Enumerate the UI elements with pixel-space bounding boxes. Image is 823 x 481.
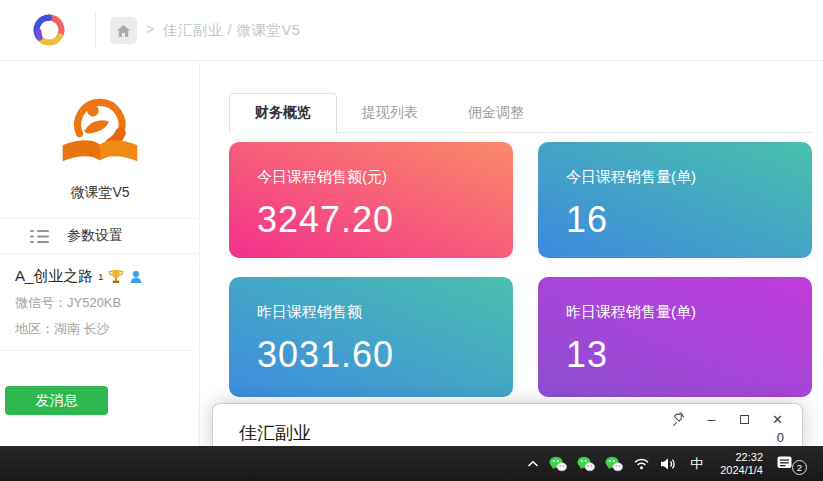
wechat-id: JY520KB — [67, 295, 121, 310]
user-wechat-line: 微信号：JY520KB — [15, 294, 195, 312]
tray-ime-indicator[interactable]: 中 — [687, 455, 706, 473]
tray-network-button[interactable] — [633, 457, 650, 470]
sidebar: 微课堂V5 参数设置 A_创业之路1 — [0, 62, 200, 446]
notification-count-badge: 2 — [792, 460, 807, 475]
pin-button[interactable] — [662, 408, 695, 430]
wechat-label: 微信号： — [15, 295, 67, 310]
stat-cards: 今日课程销售额(元) 3247.20 今日课程销售量(单) 16 昨日课程销售额… — [229, 142, 812, 397]
maximize-icon — [740, 415, 749, 424]
list-icon — [30, 229, 49, 244]
tab-withdrawal-list[interactable]: 提现列表 — [337, 93, 443, 133]
sidebar-divider — [0, 350, 195, 351]
region-label: 地区： — [15, 321, 54, 336]
user-info-panel: A_创业之路1 微信号：JY520KB 地区：湖南 长沙 — [15, 267, 195, 338]
top-header: > 佳汇副业 / 微课堂V5 — [0, 0, 823, 61]
tray-wechat-icon-2[interactable] — [577, 456, 595, 472]
person-icon[interactable] — [129, 270, 143, 284]
close-button[interactable]: ✕ — [761, 408, 794, 430]
minimize-button[interactable]: – — [695, 408, 728, 430]
tab-commission-adjust[interactable]: 佣金调整 — [443, 93, 549, 133]
stat-value: 13 — [566, 334, 812, 376]
brand-logo-icon — [30, 11, 68, 49]
stat-label: 今日课程销售量(单) — [566, 168, 812, 187]
pushpin-icon — [672, 412, 685, 426]
breadcrumb[interactable]: 佳汇副业 / 微课堂V5 — [163, 21, 300, 40]
speaker-icon — [660, 457, 677, 471]
tray-notification-button[interactable]: 2 — [777, 454, 807, 474]
stat-card-today-sales-amount: 今日课程销售额(元) 3247.20 — [229, 142, 513, 258]
user-name-row: A_创业之路1 — [15, 267, 195, 286]
screen: > 佳汇副业 / 微课堂V5 微课堂V5 参数设置 A_创业之路1 — [0, 0, 823, 481]
stat-label: 昨日课程销售量(单) — [566, 303, 812, 322]
sidebar-divider — [0, 253, 199, 254]
header-divider — [95, 13, 96, 47]
shop-logo-icon — [55, 92, 145, 172]
stat-card-today-sales-count: 今日课程销售量(单) 16 — [538, 142, 812, 258]
tray-wechat-icon-3[interactable] — [605, 456, 623, 472]
user-name-superscript: 1 — [98, 272, 103, 282]
sidebar-item-settings-label: 参数设置 — [67, 227, 123, 245]
wifi-icon — [633, 457, 650, 470]
user-region-line: 地区：湖南 长沙 — [15, 320, 195, 338]
user-name: A_创业之路 — [15, 267, 93, 286]
home-icon — [116, 24, 131, 38]
region-value: 湖南 长沙 — [54, 321, 110, 336]
tab-finance-overview[interactable]: 财务概览 — [229, 93, 337, 133]
tray-clock[interactable]: 22:32 2024/1/4 — [716, 451, 767, 477]
tray-time: 22:32 — [720, 451, 763, 464]
breadcrumb-chevron-icon: > — [146, 21, 154, 37]
stat-card-yesterday-sales-count: 昨日课程销售量(单) 13 — [538, 277, 812, 397]
chevron-up-icon — [527, 460, 539, 468]
sidebar-app-name: 微课堂V5 — [0, 184, 200, 202]
popup-window-title: 佳汇副业 — [239, 421, 311, 445]
tray-volume-button[interactable] — [660, 457, 677, 471]
tab-bar: 财务概览 提现列表 佣金调整 — [229, 93, 812, 133]
tray-show-hidden-icons-button[interactable] — [527, 460, 539, 468]
send-message-button[interactable]: 发消息 — [5, 386, 108, 415]
stat-value: 16 — [566, 199, 812, 241]
wechat-icon — [605, 456, 623, 472]
breadcrumb-home-button[interactable] — [110, 17, 137, 44]
tray-date: 2024/1/4 — [720, 464, 763, 477]
stat-value: 3031.60 — [257, 334, 513, 376]
trophy-icon — [108, 269, 124, 284]
wechat-icon — [549, 456, 567, 472]
tray-wechat-icon-1[interactable] — [549, 456, 567, 472]
main-content: 财务概览 提现列表 佣金调整 今日课程销售额(元) 3247.20 今日课程销售… — [201, 62, 823, 446]
wechat-icon — [577, 456, 595, 472]
stat-value: 3247.20 — [257, 199, 513, 241]
popup-partial-text: 0 — [777, 430, 784, 445]
windows-taskbar: 中 22:32 2024/1/4 2 — [0, 446, 823, 481]
maximize-button[interactable] — [728, 408, 761, 430]
popup-window-controls: – ✕ — [662, 408, 794, 430]
notification-icon — [777, 456, 793, 470]
stat-card-yesterday-sales-amount: 昨日课程销售额 3031.60 — [229, 277, 513, 397]
stat-label: 昨日课程销售额 — [257, 303, 513, 322]
sidebar-item-settings[interactable]: 参数设置 — [0, 219, 199, 253]
stat-label: 今日课程销售额(元) — [257, 168, 513, 187]
